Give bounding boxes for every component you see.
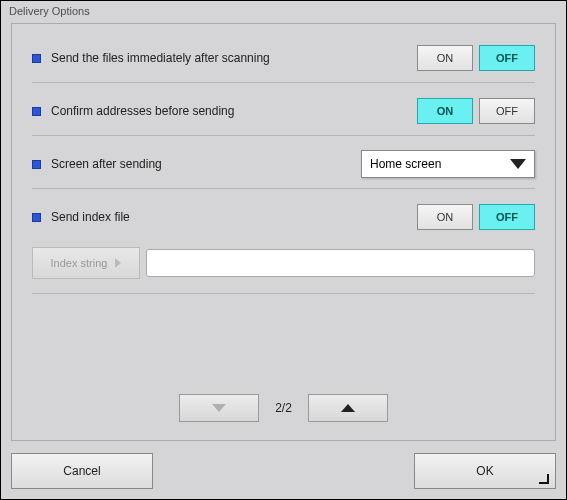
bullet-icon [32, 54, 41, 63]
page-indicator: 2/2 [275, 401, 292, 415]
divider [32, 82, 535, 83]
send-immediately-on-button[interactable]: ON [417, 45, 473, 71]
send-index-on-button[interactable]: ON [417, 204, 473, 230]
bullet-icon [32, 213, 41, 222]
chevron-right-icon [115, 258, 121, 268]
divider [32, 293, 535, 294]
divider [32, 135, 535, 136]
footer: Cancel OK [1, 445, 566, 499]
toggle-group: ON OFF [417, 45, 535, 71]
divider [32, 188, 535, 189]
screen-after-dropdown[interactable]: Home screen [361, 150, 535, 178]
send-immediately-off-button[interactable]: OFF [479, 45, 535, 71]
bullet-icon [32, 107, 41, 116]
delivery-options-window: Delivery Options Send the files immediat… [0, 0, 567, 500]
option-label: Send the files immediately after scannin… [51, 51, 270, 65]
triangle-up-icon [341, 404, 355, 412]
toggle-group: ON OFF [417, 204, 535, 230]
option-label: Send index file [51, 210, 130, 224]
confirm-addresses-off-button[interactable]: OFF [479, 98, 535, 124]
index-string-label: Index string [51, 257, 108, 269]
option-label: Confirm addresses before sending [51, 104, 234, 118]
chevron-down-icon [510, 159, 526, 169]
cancel-button[interactable]: Cancel [11, 453, 153, 489]
bullet-icon [32, 160, 41, 169]
ok-button[interactable]: OK [414, 453, 556, 489]
triangle-down-icon [212, 404, 226, 412]
label-group: Send index file [32, 210, 417, 224]
cancel-label: Cancel [63, 464, 100, 478]
toggle-group: ON OFF [417, 98, 535, 124]
send-index-off-button[interactable]: OFF [479, 204, 535, 230]
resize-corner-icon [537, 472, 549, 484]
page-up-button[interactable] [308, 394, 388, 422]
ok-label: OK [476, 464, 493, 478]
pager: 2/2 [32, 384, 535, 432]
option-confirm-addresses: Confirm addresses before sending ON OFF [32, 91, 535, 131]
option-label: Screen after sending [51, 157, 162, 171]
option-screen-after: Screen after sending Home screen [32, 144, 535, 184]
index-string-button: Index string [32, 247, 140, 279]
page-down-button[interactable] [179, 394, 259, 422]
label-group: Send the files immediately after scannin… [32, 51, 417, 65]
option-send-immediately: Send the files immediately after scannin… [32, 38, 535, 78]
label-group: Screen after sending [32, 157, 361, 171]
spacer [32, 302, 535, 384]
dropdown-value: Home screen [370, 157, 441, 171]
label-group: Confirm addresses before sending [32, 104, 417, 118]
confirm-addresses-on-button[interactable]: ON [417, 98, 473, 124]
window-title: Delivery Options [1, 1, 566, 23]
index-string-input[interactable] [146, 249, 535, 277]
option-send-index: Send index file ON OFF [32, 197, 535, 237]
content-panel: Send the files immediately after scannin… [11, 23, 556, 441]
index-string-row: Index string [32, 247, 535, 279]
